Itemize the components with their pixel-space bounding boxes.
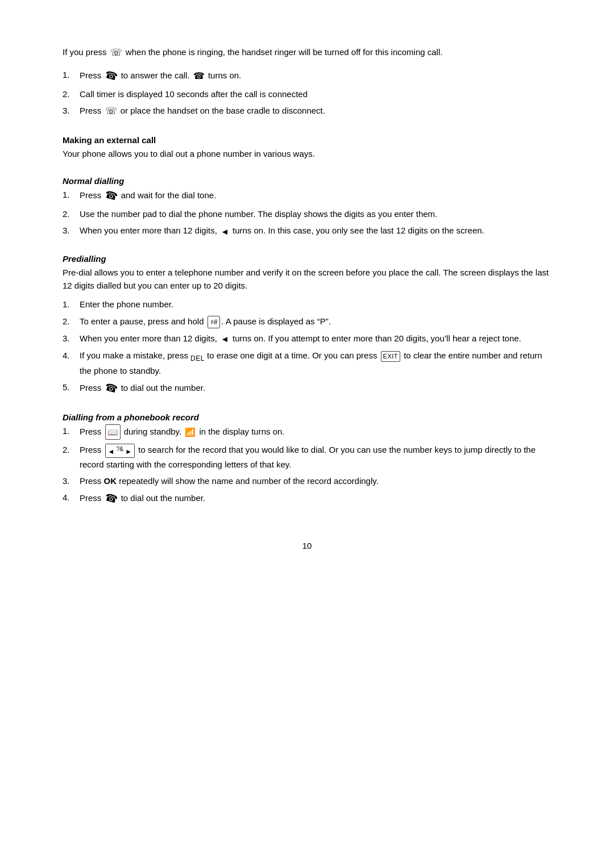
left-arrow-icon: ◄	[221, 225, 229, 238]
normal-dialling-step-2: 2. Use the number pad to dial the phone …	[63, 207, 551, 220]
answering-step-3: 3. Press ☏ or place the handset on the b…	[63, 104, 551, 119]
predialling-step-5: 5. Press ☎ to dial out the number.	[63, 381, 551, 397]
normal-dialling-heading: Normal dialling	[63, 176, 551, 186]
step-num: 1.	[63, 298, 80, 311]
phone-dial-icon-2: ☎	[103, 379, 119, 398]
phonebook-step-2: 2. Press ◄ ?& ► to search for the record…	[63, 443, 551, 471]
step-num: 2.	[63, 315, 80, 328]
step-num: 5.	[63, 381, 80, 394]
ringer-icon: ☏	[110, 45, 122, 60]
making-external-call-sub: Your phone allows you to dial out a phon…	[63, 147, 551, 160]
step-num: 1.	[63, 424, 80, 437]
phone-answer-icon: ☎	[103, 67, 119, 86]
predialling-step-3: 3. When you enter more than 12 digits, ◄…	[63, 332, 551, 346]
predialling-step-4: 4. If you make a mistake, press DEL to e…	[63, 349, 551, 377]
step-content: Press 📖 during standby. 📶 in the display…	[80, 424, 551, 440]
ok-key: OK	[104, 476, 117, 486]
step-num: 2.	[63, 443, 80, 456]
step-content: When you enter more than 12 digits, ◄ tu…	[80, 224, 551, 238]
normal-dialling-step-3: 3. When you enter more than 12 digits, ◄…	[63, 224, 551, 238]
step-content: Press ☏ or place the handset on the base…	[80, 104, 551, 119]
step-content: Call timer is displayed 10 seconds after…	[80, 87, 551, 101]
intro-paragraph: If you press ☏ when the phone is ringing…	[63, 45, 551, 60]
del-key: DEL	[190, 354, 205, 362]
dialling-phonebook-heading: Dialling from a phonebook record	[63, 412, 551, 422]
answering-step-2: 2. Call timer is displayed 10 seconds af…	[63, 87, 551, 101]
answering-step-1: 1. Press ☎ to answer the call. ☎ turns o…	[63, 68, 551, 84]
step-content: Press ☎ and wait for the dial tone.	[80, 188, 551, 204]
normal-dialling-step-1: 1. Press ☎ and wait for the dial tone.	[63, 188, 551, 204]
left-arrow-icon-2: ◄	[221, 332, 229, 345]
step-content: Press ◄ ?& ► to search for the record th…	[80, 443, 551, 471]
step-content: Use the number pad to dial the phone num…	[80, 207, 551, 220]
phone-dial-icon-3: ☎	[103, 490, 119, 508]
predialling-list: 1. Enter the phone number. 2. To enter a…	[63, 298, 551, 397]
phonebook-book-icon: 📖	[105, 424, 121, 440]
pound-key-icon: ♯#	[208, 316, 221, 328]
step-content: Enter the phone number.	[80, 298, 551, 311]
step-content: Press ☎ to dial out the number.	[80, 491, 551, 507]
nav-icon: ◄ ?& ►	[105, 444, 135, 458]
step-content: When you enter more than 12 digits, ◄ tu…	[80, 332, 551, 346]
normal-dialling-list: 1. Press ☎ and wait for the dial tone. 2…	[63, 188, 551, 238]
page-number: 10	[63, 541, 551, 550]
dialling-phonebook-list: 1. Press 📖 during standby. 📶 in the disp…	[63, 424, 551, 507]
step-content: Press OK repeatedly will show the name a…	[80, 474, 551, 487]
step-num: 2.	[63, 207, 80, 220]
step-content: Press ☎ to dial out the number.	[80, 381, 551, 397]
exit-key: EXIT	[381, 351, 400, 362]
making-external-call-heading: Making an external call	[63, 135, 551, 145]
signal-icon: 📶	[185, 425, 196, 439]
step-content: Press ☎ to answer the call. ☎ turns on.	[80, 68, 551, 84]
ringer-icon-2: ☏	[105, 104, 117, 119]
predialling-step-1: 1. Enter the phone number.	[63, 298, 551, 311]
phonebook-step-4: 4. Press ☎ to dial out the number.	[63, 491, 551, 507]
step-content: If you make a mistake, press DEL to eras…	[80, 349, 551, 377]
step-num: 4.	[63, 491, 80, 504]
predialling-step-2: 2. To enter a pause, press and hold ♯#. …	[63, 315, 551, 328]
step-num: 3.	[63, 104, 80, 117]
phone-dial-icon: ☎	[103, 187, 119, 206]
step-num: 3.	[63, 474, 80, 487]
step-num: 3.	[63, 224, 80, 237]
step-num: 4.	[63, 349, 80, 362]
step-num: 2.	[63, 87, 80, 101]
phone-on-icon: ☎	[193, 69, 205, 84]
step-num: 1.	[63, 68, 80, 81]
step-num: 3.	[63, 332, 80, 345]
predialling-sub: Pre-dial allows you to enter a telephone…	[63, 266, 551, 293]
answering-steps-list: 1. Press ☎ to answer the call. ☎ turns o…	[63, 68, 551, 119]
phonebook-step-3: 3. Press OK repeatedly will show the nam…	[63, 474, 551, 487]
phonebook-step-1: 1. Press 📖 during standby. 📶 in the disp…	[63, 424, 551, 440]
step-num: 1.	[63, 188, 80, 201]
step-content: To enter a pause, press and hold ♯#. A p…	[80, 315, 551, 328]
predialling-heading: Predialling	[63, 254, 551, 264]
